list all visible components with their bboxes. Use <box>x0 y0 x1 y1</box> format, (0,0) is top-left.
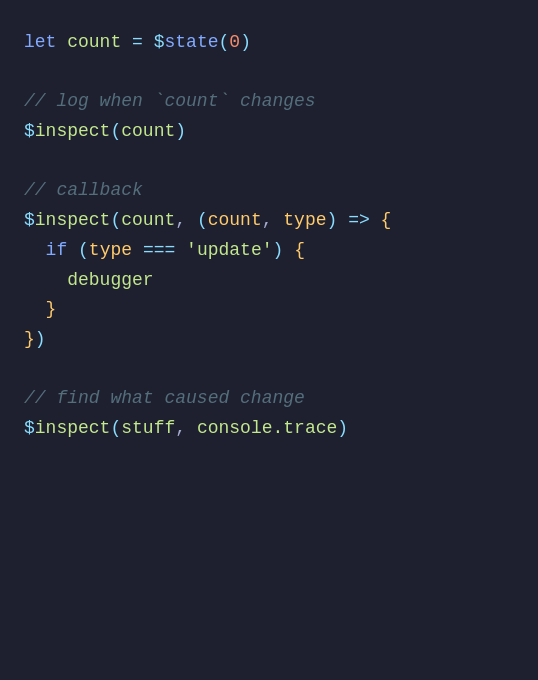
op-equals: = <box>132 28 143 58</box>
line-inspect-1: $inspect(count) <box>24 117 514 147</box>
comment-log: // log when `count` changes <box>24 87 514 117</box>
line-inspect-2: $inspect(count, (count, type) => { <box>24 206 514 236</box>
comment-find-text: // find what caused change <box>24 384 305 414</box>
line-close-if: } <box>24 295 514 325</box>
line-1: let count = $state(0) <box>24 28 514 58</box>
blank-3 <box>24 355 514 385</box>
blank-1 <box>24 58 514 88</box>
comment-log-text: // log when `count` changes <box>24 87 316 117</box>
code-container: let count = $state(0) // log when `count… <box>0 0 538 680</box>
comment-callback-text: // callback <box>24 176 143 206</box>
inspect-count-arg: count <box>121 117 175 147</box>
line-close-inspect: }) <box>24 325 514 355</box>
keyword-debugger: debugger <box>67 266 153 296</box>
line-if: if (type === 'update') { <box>24 236 514 266</box>
blank-2 <box>24 147 514 177</box>
var-count: count <box>67 28 121 58</box>
console-trace: console.trace <box>197 414 337 444</box>
code-block: let count = $state(0) // log when `count… <box>24 28 514 444</box>
line-inspect-3: $inspect(stuff, console.trace) <box>24 414 514 444</box>
param-type: type <box>283 206 326 236</box>
inspect-fn: inspect <box>35 117 111 147</box>
arrow-fn: => <box>348 206 370 236</box>
dollar-sign: $ <box>154 28 165 58</box>
param-count: count <box>208 206 262 236</box>
comment-find: // find what caused change <box>24 384 514 414</box>
num-zero: 0 <box>229 28 240 58</box>
str-update: 'update' <box>186 236 272 266</box>
state-fn: state <box>164 28 218 58</box>
keyword-if: if <box>46 236 68 266</box>
line-debugger: debugger <box>24 266 514 296</box>
keyword-let: let <box>24 28 56 58</box>
comment-callback: // callback <box>24 176 514 206</box>
var-stuff: stuff <box>121 414 175 444</box>
